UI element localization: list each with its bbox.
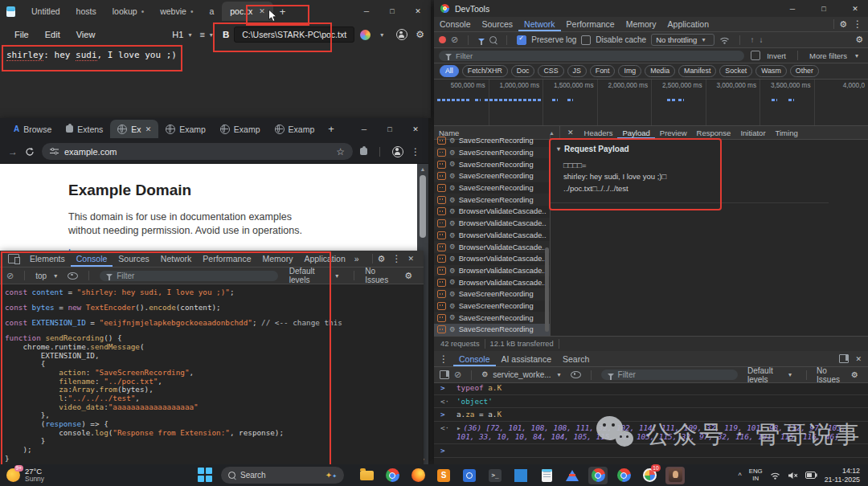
live-expression-eye-icon[interactable] [571,371,581,378]
invert-checkbox[interactable] [751,51,760,60]
collapse-icon[interactable]: ▾ [557,145,560,153]
notepad-tab[interactable]: webvie• [152,2,201,21]
chip-font[interactable]: Font [590,65,616,76]
close-tab-icon[interactable]: ✕ [259,7,265,15]
search-icon[interactable] [489,36,497,43]
preserve-log-checkbox[interactable] [517,35,526,45]
chip-other[interactable]: Other [790,65,819,76]
chevron-down-icon[interactable]: ▾ [335,272,338,280]
chip-css[interactable]: CSS [538,65,563,76]
tab-network[interactable]: Network [518,17,561,31]
settings-gear-icon[interactable]: ⚙ [416,30,424,39]
menu-file[interactable]: File [6,30,37,39]
filter-funnel-icon[interactable] [478,39,485,42]
live-expression-eye-icon[interactable] [68,272,78,280]
taskbar-firefox[interactable] [408,467,428,484]
dock-panel-icon[interactable] [839,354,849,363]
console-filter-input[interactable]: Filter [100,271,278,281]
menu-edit[interactable]: Edit [37,30,68,39]
taskbar-a-app[interactable] [563,467,582,484]
start-button[interactable] [198,468,213,483]
more-filters-dropdown[interactable]: More filters [809,51,847,60]
taskbar-photos-app[interactable] [665,467,685,484]
close-button[interactable]: ✕ [842,0,868,19]
tab-application[interactable]: Application [662,17,714,31]
drawer-menu-icon[interactable]: ⋮ [439,353,448,365]
issues-counter[interactable]: No Issues [365,267,394,284]
close-button[interactable]: ✕ [403,119,428,140]
browser-new-tab-button[interactable]: + [328,123,334,135]
tray-expand-icon[interactable]: ^ [739,472,742,480]
tab-memory[interactable]: Memory [620,17,662,31]
close-icon[interactable]: ✕ [407,255,414,263]
account-icon[interactable] [396,29,407,40]
settings-gear-icon[interactable]: ⚙ [839,20,847,29]
request-row[interactable]: ⚙BrowserValidateCascade... [434,206,550,218]
list-style-button[interactable]: ≡ [199,30,204,39]
request-row[interactable]: ⚙SaveScreenRecording [434,312,550,324]
chip-doc[interactable]: Doc [511,65,535,76]
request-row[interactable]: ⚙BrowserValidateCascade... [434,241,550,253]
request-row[interactable]: ⚙SaveScreenRecording [434,288,550,300]
chevron-down-icon[interactable]: ▾ [210,31,213,39]
chip-fetch-xhr[interactable]: Fetch/XHR [462,65,508,76]
request-row[interactable]: ⚙SaveScreenRecording [434,170,550,182]
request-row[interactable]: ⚙SaveScreenRecording [434,135,550,147]
notepad-tab[interactable]: lookup• [104,2,152,21]
battery-icon[interactable] [805,472,817,479]
log-levels-dropdown[interactable]: Default levels [289,267,328,284]
copilot-icon[interactable] [360,30,371,40]
devtools-menu-icon[interactable]: ⋮ [391,253,401,264]
notepad-tab[interactable]: a [201,2,222,21]
tab-console[interactable]: Console [71,251,113,267]
taskbar-search-app[interactable] [460,467,479,484]
chip-wasm[interactable]: Wasm [755,65,787,76]
request-list-scrollbar-thumb[interactable] [545,247,549,332]
taskbar-chrome[interactable] [383,467,402,484]
taskbar-vscode[interactable] [511,467,530,484]
chip-media[interactable]: Media [645,65,675,76]
site-settings-icon[interactable] [50,148,59,155]
request-row[interactable]: ⚙SaveScreenRecording [434,158,550,170]
tab-performance[interactable]: Performance [561,17,620,31]
taskbar-snipaste[interactable]: S [434,467,453,484]
chevron-down-icon[interactable]: ▾ [188,31,191,39]
browser-menu-icon[interactable]: ⋮ [411,146,420,157]
export-har-icon[interactable]: ↓ [759,35,763,44]
network-conditions-icon[interactable] [719,36,730,44]
browser-tab[interactable]: Extens [59,120,110,138]
taskbar-notepad[interactable] [537,467,556,484]
disable-cache-checkbox[interactable] [581,35,591,45]
request-row[interactable]: ⚙SaveScreenRecording [434,147,550,159]
browser-tab[interactable]: Examp [158,120,213,138]
console-input-code[interactable]: const content = "shirley: hey sudi, I lo… [0,286,424,464]
clock[interactable]: 14:12 21-11-2025 [825,467,860,484]
taskbar-terminal[interactable]: >_ [485,467,505,484]
extensions-icon[interactable] [360,148,367,155]
console-sidebar-icon[interactable] [440,370,449,379]
chevron-down-icon[interactable]: ▾ [380,31,383,39]
network-filter-input[interactable]: Filter [439,51,744,61]
throttling-dropdown[interactable]: No throttling ▾ [651,34,714,46]
taskbar-stats-app[interactable]: 10 [640,467,659,484]
forward-icon[interactable]: → [8,146,18,157]
bookmark-star-icon[interactable]: ☆ [336,146,345,157]
network-overview-timeline[interactable]: 500,000 ms1,000,000 ms1,500,000 ms2,000,… [434,80,868,126]
more-tabs-icon[interactable]: » [354,254,359,263]
tab-network[interactable]: Network [155,251,198,267]
browser-tab[interactable]: ABrowse [6,120,59,138]
settings-gear-icon[interactable]: ⚙ [378,255,386,263]
drawer-tab-console[interactable]: Console [453,351,496,366]
scrollbar-thumb[interactable] [420,175,426,238]
minimize-button[interactable]: ─ [354,1,379,22]
clear-console-icon[interactable]: ⊘ [454,370,461,380]
chip-img[interactable]: Img [618,65,641,76]
browser-tab[interactable]: Examp [213,120,268,138]
chevron-down-icon[interactable]: ▾ [54,272,57,280]
maximize-button[interactable]: □ [377,119,403,140]
maximize-button[interactable]: □ [379,1,405,22]
drawer-tab-search[interactable]: Search [557,351,595,366]
taskbar-chrome-active[interactable] [588,467,608,484]
taskbar-file-explorer[interactable] [357,467,376,484]
request-row[interactable]: ⚙BrowserValidateCascade... [434,230,550,242]
